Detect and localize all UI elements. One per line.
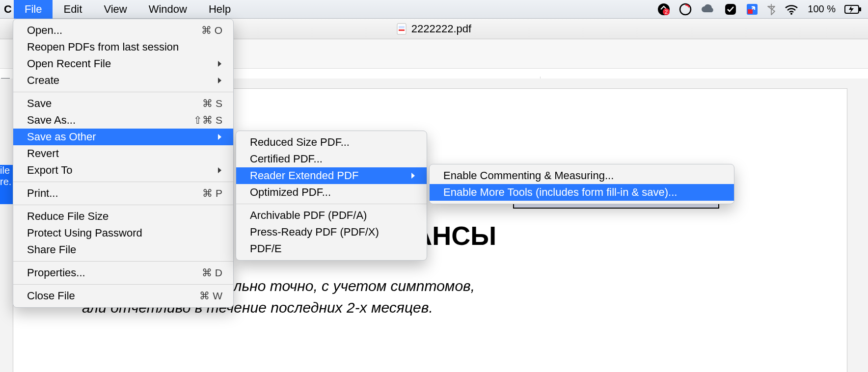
menu-open[interactable]: Open...⌘ O (13, 22, 233, 39)
menu-save[interactable]: Save⌘ S (13, 95, 233, 112)
battery-percent: 100 % (808, 3, 836, 15)
app-indicator: C (0, 3, 14, 16)
menu-share-file[interactable]: Share File (13, 241, 233, 258)
menu-revert[interactable]: Revert (13, 145, 233, 162)
menu-reopen-session[interactable]: Reopen PDFs from last session (13, 39, 233, 55)
submenu-archivable[interactable]: Archivable PDF (PDF/A) (236, 207, 427, 224)
check-shield-icon[interactable] (724, 3, 737, 16)
submenu-certified[interactable]: Certified PDF... (236, 151, 427, 167)
save-as-other-submenu: Reduced Size PDF... Certified PDF... Rea… (236, 131, 427, 261)
wifi-icon[interactable] (784, 4, 799, 15)
menubar-file[interactable]: File (14, 0, 53, 19)
submenu-pdfe[interactable]: PDF/E (236, 240, 427, 257)
pdf-file-icon (397, 23, 407, 35)
menubar-edit[interactable]: Edit (53, 0, 93, 19)
menu-separator (13, 205, 233, 205)
app-badge-icon[interactable]: 2 (657, 3, 670, 16)
file-menu: Open...⌘ O Reopen PDFs from last session… (13, 19, 234, 308)
bluetooth-icon[interactable] (767, 3, 775, 16)
svg-rect-6 (748, 9, 753, 14)
chevron-right-icon (217, 133, 222, 140)
submenu-press-ready[interactable]: Press-Ready PDF (PDF/X) (236, 224, 427, 240)
menu-close-file[interactable]: Close File⌘ W (13, 288, 233, 304)
sync-icon[interactable] (679, 3, 692, 16)
window-title: 2222222.pdf (411, 23, 471, 35)
menu-save-as-other[interactable]: Save as Other (13, 129, 233, 145)
menu-open-recent[interactable]: Open Recent File (13, 55, 233, 72)
menu-export-to[interactable]: Export To (13, 162, 233, 179)
menu-separator (13, 92, 233, 92)
chevron-right-icon (217, 77, 222, 84)
svg-rect-11 (399, 29, 405, 31)
chevron-right-icon (217, 60, 222, 67)
menu-protect-password[interactable]: Protect Using Password (13, 225, 233, 241)
svg-text:2: 2 (665, 9, 668, 15)
menu-separator (13, 182, 233, 182)
screen-share-icon[interactable] (746, 3, 759, 16)
cloud-icon[interactable] (701, 4, 715, 15)
submenu-reader-extended[interactable]: Reader Extended PDF (236, 167, 427, 184)
submenu-optimized[interactable]: Optimized PDF... (236, 184, 427, 201)
submenu-enable-commenting[interactable]: Enable Commenting & Measuring... (430, 167, 734, 184)
menu-print[interactable]: Print...⌘ P (13, 185, 233, 202)
menubar-help[interactable]: Help (198, 0, 242, 19)
chevron-right-icon (411, 172, 416, 179)
sidebar-peek: ile re. (0, 165, 14, 204)
menu-properties[interactable]: Properties...⌘ D (13, 265, 233, 281)
menubar-view[interactable]: View (93, 0, 137, 19)
svg-rect-12 (399, 26, 405, 28)
menu-save-as[interactable]: Save As...⇧⌘ S (13, 112, 233, 129)
menu-separator (236, 204, 427, 204)
svg-rect-10 (397, 24, 406, 34)
chevron-right-icon (217, 167, 222, 174)
menu-create[interactable]: Create (13, 72, 233, 89)
menubar-window[interactable]: Window (138, 0, 198, 19)
submenu-enable-more-tools[interactable]: Enable More Tools (includes form fill-in… (430, 184, 734, 201)
reader-extended-submenu: Enable Commenting & Measuring... Enable … (429, 164, 734, 204)
menu-separator (13, 261, 233, 262)
menu-separator (13, 284, 233, 285)
submenu-reduced-size[interactable]: Reduced Size PDF... (236, 134, 427, 151)
svg-rect-9 (859, 7, 861, 11)
battery-icon[interactable] (844, 4, 862, 14)
svg-point-7 (790, 13, 792, 15)
macos-menubar: C File Edit View Window Help 2 100 % (0, 0, 868, 19)
menu-reduce-size[interactable]: Reduce File Size (13, 208, 233, 225)
